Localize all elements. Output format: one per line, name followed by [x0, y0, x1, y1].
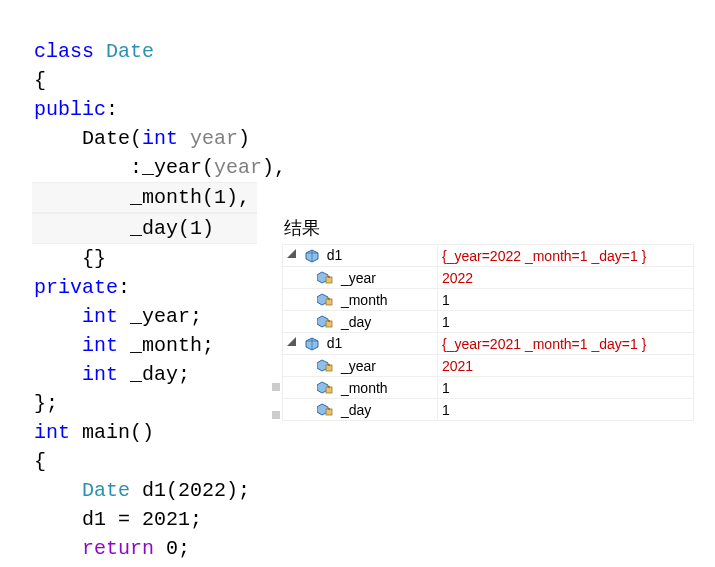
code-line	[34, 334, 82, 357]
param-year: year	[214, 156, 262, 179]
watch-name: d1	[327, 335, 343, 351]
code-text: )	[238, 127, 250, 150]
watch-name: d1	[327, 247, 343, 263]
watch-row-field[interactable]: _year 2022	[283, 267, 694, 289]
watch-field-value: 2022	[438, 267, 694, 289]
code-line: };	[34, 392, 58, 415]
watch-field-name: _year	[341, 270, 376, 286]
code-line: {}	[34, 247, 106, 270]
code-text: :	[118, 276, 130, 299]
ctor-name: Date	[82, 127, 130, 150]
expander-open-icon[interactable]	[287, 249, 297, 259]
watch-table: d1 {_year=2022 _month=1 _day=1 } _year 2…	[282, 244, 694, 421]
watch-field-name: _month	[341, 380, 388, 396]
watch-row-field[interactable]: _year 2021	[283, 355, 694, 377]
field-icon	[317, 315, 333, 328]
keyword-private: private	[34, 276, 118, 299]
svg-rect-12	[328, 320, 330, 322]
svg-marker-0	[287, 249, 296, 258]
svg-rect-6	[328, 276, 330, 278]
highlighted-line: _day(1)	[32, 213, 257, 244]
type-date: Date	[82, 479, 130, 502]
keyword-int: int	[34, 421, 70, 444]
code-line	[34, 305, 82, 328]
code-text: _month(1),	[34, 186, 250, 209]
field-icon	[317, 293, 333, 306]
code-text: :	[106, 98, 118, 121]
watch-field-name: _day	[341, 314, 371, 330]
watch-row-field[interactable]: _day 1	[283, 399, 694, 421]
svg-rect-25	[328, 408, 330, 410]
watch-field-name: _month	[341, 292, 388, 308]
watch-field-value: 1	[438, 289, 694, 311]
results-panel: 结果 d1 {_year=2022 _month=1 _day=1 } _yea…	[282, 216, 694, 421]
code-text: ),	[262, 156, 286, 179]
code-text: _year;	[118, 305, 202, 328]
code-line: {	[34, 450, 46, 473]
code-text: :_year(	[34, 156, 214, 179]
watch-field-value: 2021	[438, 355, 694, 377]
code-text: 0;	[154, 537, 190, 560]
keyword-public: public	[34, 98, 106, 121]
keyword-int: int	[82, 334, 118, 357]
code-text: d1(2022);	[130, 479, 250, 502]
results-title: 结果	[282, 216, 694, 244]
watch-value: {_year=2022 _month=1 _day=1 }	[438, 245, 694, 267]
code-line	[34, 127, 82, 150]
watch-row-object[interactable]: d1 {_year=2021 _month=1 _day=1 }	[283, 333, 694, 355]
object-icon	[305, 249, 319, 263]
param-year: year	[190, 127, 238, 150]
keyword-int: int	[82, 363, 118, 386]
keyword-int: int	[142, 127, 178, 150]
code-text: _day(1)	[34, 217, 214, 240]
code-line	[34, 479, 82, 502]
object-icon	[305, 337, 319, 351]
watch-value: {_year=2021 _month=1 _day=1 }	[438, 333, 694, 355]
watch-row-field[interactable]: _day 1	[283, 311, 694, 333]
watch-field-value: 1	[438, 377, 694, 399]
watch-field-value: 1	[438, 399, 694, 421]
field-icon	[317, 359, 333, 372]
code-text: _day;	[118, 363, 190, 386]
keyword-class: class	[34, 40, 94, 63]
keyword-return: return	[82, 537, 154, 560]
watch-row-field[interactable]: _month 1	[283, 289, 694, 311]
type-date: Date	[106, 40, 154, 63]
code-line	[34, 363, 82, 386]
highlighted-line: _month(1),	[32, 182, 257, 213]
selection-grip-icon	[272, 411, 280, 419]
svg-rect-19	[328, 364, 330, 366]
code-text: (	[130, 127, 142, 150]
field-icon	[317, 381, 333, 394]
watch-field-name: _year	[341, 358, 376, 374]
code-text: main()	[70, 421, 154, 444]
field-icon	[317, 271, 333, 284]
watch-row-object[interactable]: d1 {_year=2022 _month=1 _day=1 }	[283, 245, 694, 267]
expander-open-icon[interactable]	[287, 337, 297, 347]
field-icon	[317, 403, 333, 416]
watch-field-value: 1	[438, 311, 694, 333]
code-text: _month;	[118, 334, 214, 357]
svg-rect-22	[328, 386, 330, 388]
code-line: {	[34, 69, 46, 92]
selection-grip-icon	[272, 383, 280, 391]
code-line	[34, 537, 82, 560]
svg-rect-9	[328, 298, 330, 300]
watch-row-field[interactable]: _month 1	[283, 377, 694, 399]
keyword-int: int	[82, 305, 118, 328]
svg-marker-13	[287, 337, 296, 346]
code-line: d1 = 2021;	[34, 508, 202, 531]
watch-field-name: _day	[341, 402, 371, 418]
